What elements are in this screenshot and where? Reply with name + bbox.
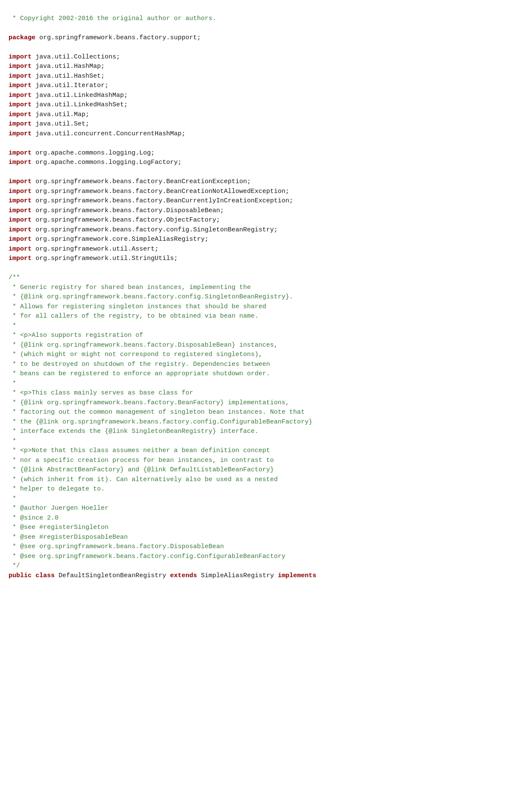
code-line: * xyxy=(9,379,508,389)
code-line: import org.apache.commons.logging.LogFac… xyxy=(9,158,508,168)
normal-token: SimpleAliasRegistry xyxy=(197,572,278,579)
code-line xyxy=(9,43,508,53)
code-line: * (which might or might not correspond t… xyxy=(9,350,508,360)
code-line: import org.springframework.beans.factory… xyxy=(9,196,508,206)
keyword-token: import xyxy=(9,236,32,243)
code-line: import org.apache.commons.logging.Log; xyxy=(9,149,508,158)
code-line: * xyxy=(9,494,508,504)
code-line: * <p>Also supports registration of xyxy=(9,331,508,341)
code-line: * for all callers of the registry, to be… xyxy=(9,312,508,321)
keyword-token: import xyxy=(9,101,32,108)
keyword-token: import xyxy=(9,255,32,262)
code-line: * <p>This class mainly serves as base cl… xyxy=(9,388,508,398)
keyword-token: import xyxy=(9,63,32,70)
keyword-token: import xyxy=(9,226,32,234)
code-line: import java.util.Collections; xyxy=(9,53,508,62)
code-line: * Allows for registering singleton insta… xyxy=(9,302,508,312)
normal-token: java.util.LinkedHashMap; xyxy=(32,92,128,99)
code-line: * @see org.springframework.beans.factory… xyxy=(9,542,508,552)
code-line: import java.util.Map; xyxy=(9,110,508,120)
normal-token: java.util.Set; xyxy=(32,120,89,128)
code-line: * xyxy=(9,321,508,331)
code-line: * @see #registerDisposableBean xyxy=(9,533,508,543)
code-line xyxy=(9,23,508,33)
normal-token: java.util.Map; xyxy=(32,111,89,118)
code-line: import java.util.LinkedHashMap; xyxy=(9,91,508,101)
keyword-token: import xyxy=(9,216,32,224)
normal-token: org.springframework.beans.factory.BeanCu… xyxy=(32,197,293,204)
code-line: * nor a specific creation process for be… xyxy=(9,456,508,466)
code-line: import org.springframework.beans.factory… xyxy=(9,225,508,235)
normal-token: org.springframework.beans.factory.BeanCr… xyxy=(32,188,289,195)
code-line: import java.util.Iterator; xyxy=(9,81,508,91)
code-line: * (which inherit from it). Can alternati… xyxy=(9,475,508,485)
keyword-token: import xyxy=(9,159,32,166)
normal-token: org.springframework.core.SimpleAliasRegi… xyxy=(32,236,209,243)
code-line xyxy=(9,168,508,178)
normal-token: org.springframework.beans.factory.Object… xyxy=(32,216,220,224)
keyword-token: extends xyxy=(170,572,197,579)
normal-token: org.apache.commons.logging.LogFactory; xyxy=(32,159,182,166)
code-line: import org.springframework.beans.factory… xyxy=(9,206,508,216)
code-line xyxy=(9,264,508,274)
code-line: import org.springframework.beans.factory… xyxy=(9,177,508,187)
code-line: public class DefaultSingletonBeanRegistr… xyxy=(9,571,508,581)
normal-token: java.util.Collections; xyxy=(32,53,120,61)
code-line: import java.util.concurrent.ConcurrentHa… xyxy=(9,129,508,139)
code-line: * @see #registerSingleton xyxy=(9,523,508,533)
code-line: * to be destroyed on shutdown of the reg… xyxy=(9,360,508,370)
code-line: * beans can be registered to enforce an … xyxy=(9,369,508,379)
code-line: * interface extends the {@link Singleton… xyxy=(9,427,508,437)
code-line: */ xyxy=(9,561,508,571)
code-line: import java.util.HashMap; xyxy=(9,62,508,72)
code-line: package org.springframework.beans.factor… xyxy=(9,33,508,43)
keyword-token: import xyxy=(9,188,32,195)
normal-token: org.apache.commons.logging.Log; xyxy=(32,149,155,157)
keyword-token: import xyxy=(9,245,32,253)
code-line: * Generic registry for shared bean insta… xyxy=(9,283,508,293)
code-viewer: * Copyright 2002-2016 the original autho… xyxy=(9,4,508,581)
normal-token: java.util.concurrent.ConcurrentHashMap; xyxy=(32,130,185,137)
keyword-token: import xyxy=(9,53,32,61)
normal-token: java.util.HashSet; xyxy=(32,73,105,80)
code-line: import org.springframework.beans.factory… xyxy=(9,187,508,197)
normal-token: org.springframework.util.StringUtils; xyxy=(32,255,178,262)
code-line: * {@link AbstractBeanFactory} and {@link… xyxy=(9,465,508,475)
normal-token: DefaultSingletonBeanRegistry xyxy=(55,572,170,579)
code-line: import org.springframework.util.Assert; xyxy=(9,245,508,254)
keyword-token: import xyxy=(9,130,32,137)
keyword-token: import xyxy=(9,111,32,118)
code-line: /** xyxy=(9,273,508,283)
code-line: * xyxy=(9,437,508,447)
normal-token: java.util.LinkedHashSet; xyxy=(32,101,128,108)
code-line: * <p>Note that this class assumes neithe… xyxy=(9,446,508,456)
code-line: * @see org.springframework.beans.factory… xyxy=(9,552,508,562)
code-line: * the {@link org.springframework.beans.f… xyxy=(9,418,508,427)
keyword-token: import xyxy=(9,197,32,204)
code-line: * {@link org.springframework.beans.facto… xyxy=(9,292,508,302)
code-line xyxy=(9,139,508,149)
code-line: import org.springframework.util.StringUt… xyxy=(9,254,508,264)
code-line: * {@link org.springframework.beans.facto… xyxy=(9,398,508,408)
code-line: import java.util.Set; xyxy=(9,120,508,129)
code-line: * Copyright 2002-2016 the original autho… xyxy=(9,14,508,24)
keyword-token: import xyxy=(9,207,32,214)
code-line: * @author Juergen Hoeller xyxy=(9,504,508,514)
keyword-token: import xyxy=(9,178,32,185)
normal-token: java.util.HashMap; xyxy=(32,63,105,70)
code-line: * helper to delegate to. xyxy=(9,485,508,494)
keyword-token: import xyxy=(9,120,32,128)
code-line: * factoring out the common management of… xyxy=(9,408,508,418)
normal-token: org.springframework.util.Assert; xyxy=(32,245,159,253)
code-line: import org.springframework.core.SimpleAl… xyxy=(9,235,508,245)
code-line: * {@link org.springframework.beans.facto… xyxy=(9,341,508,351)
keyword-token: import xyxy=(9,73,32,80)
normal-token: org.springframework.beans.factory.Dispos… xyxy=(32,207,224,214)
keyword-token: import xyxy=(9,149,32,157)
keyword-token: import xyxy=(9,92,32,99)
keyword-token: package xyxy=(9,34,35,41)
keyword-token: implements xyxy=(278,572,316,579)
normal-token: org.springframework.beans.factory.config… xyxy=(32,226,278,234)
normal-token xyxy=(32,572,35,579)
code-line: import java.util.LinkedHashSet; xyxy=(9,100,508,110)
